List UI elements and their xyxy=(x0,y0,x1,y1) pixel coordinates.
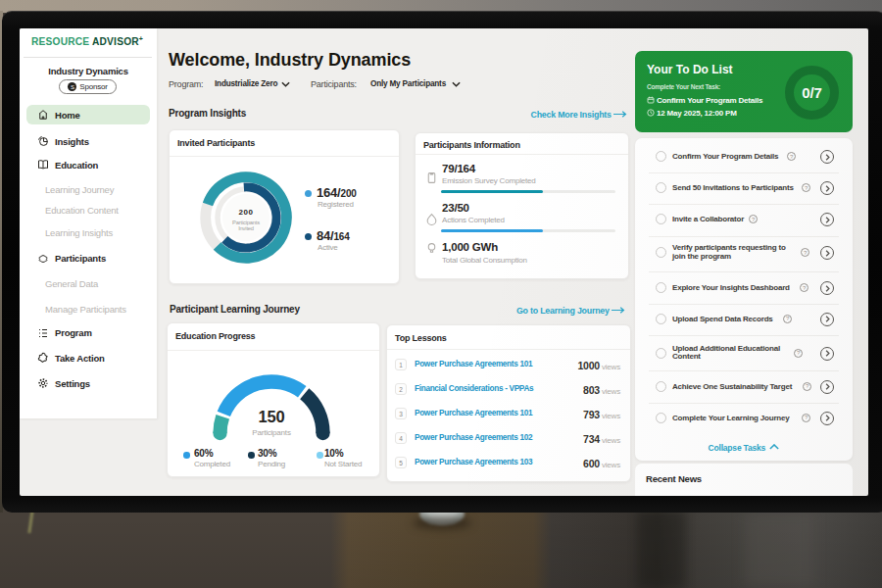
svg-text:Invited: Invited xyxy=(238,225,254,231)
svg-text:Participants: Participants xyxy=(232,220,260,225)
svg-text:150: 150 xyxy=(258,408,284,425)
svg-text:200: 200 xyxy=(239,208,254,217)
svg-text:Participants: Participants xyxy=(252,427,291,436)
